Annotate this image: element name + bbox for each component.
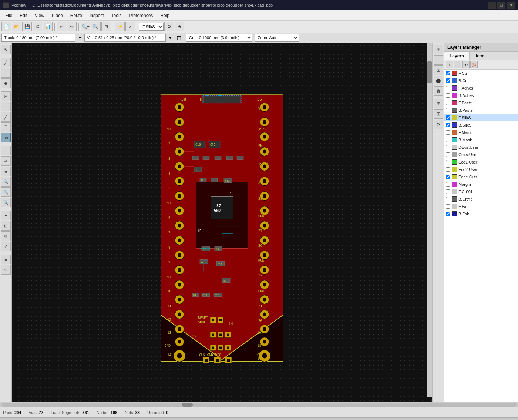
more-tools-button[interactable]: ⊞ <box>434 99 443 108</box>
layer-row-F-Paste[interactable]: F.Paste <box>444 99 518 107</box>
design-rules-tool[interactable]: ✓ <box>1 242 11 251</box>
component-tools-button[interactable]: ⚙ <box>434 120 443 129</box>
layer-checkbox-B-CrtYd[interactable] <box>446 197 450 201</box>
select-filter-tool[interactable]: ◈ <box>1 167 11 176</box>
layers-show-all-button[interactable]: 👁 <box>462 61 470 68</box>
layer-checkbox-F-Mask[interactable] <box>446 130 450 135</box>
undo-button[interactable]: ↩ <box>57 22 66 31</box>
drc-button[interactable]: ✓ <box>125 22 135 31</box>
layer-row-B-Paste[interactable]: B.Paste <box>444 107 518 114</box>
layer-row-B-SilkS[interactable]: B.SilkS <box>444 121 518 129</box>
layer-checkbox-F-Fab[interactable] <box>446 204 450 209</box>
zoom-out-tool[interactable]: 🔍 <box>1 198 11 207</box>
layer-row-Eco1-User[interactable]: Eco1.User <box>444 158 518 166</box>
draw-line-tool[interactable]: ╱ <box>1 112 11 122</box>
layers-hide-all-button[interactable]: 🚫 <box>470 61 478 68</box>
layer-checkbox-B-Adhes[interactable] <box>446 93 450 98</box>
local-ratsnest-tool[interactable]: ⊡ <box>1 221 11 231</box>
grid-settings-button[interactable]: ⊡ <box>434 65 443 75</box>
menu-item-file[interactable]: File <box>1 11 16 20</box>
layer-row-Edge-Cuts[interactable]: Edge.Cuts <box>444 173 518 181</box>
scripting-console-tool[interactable]: ≡ <box>1 255 11 264</box>
netlist-button[interactable]: ⚡ <box>115 22 125 31</box>
delete-button[interactable]: 🗑 <box>434 86 443 96</box>
save-button[interactable]: 💾 <box>22 22 32 31</box>
print-button[interactable]: 🖨 <box>33 22 42 31</box>
layer-checkbox-B-Mask[interactable] <box>446 138 450 142</box>
draw-arc-tool[interactable]: ⌒ <box>1 122 11 132</box>
layer-row-F-Cu[interactable]: F.Cu <box>444 70 518 77</box>
maximize-button[interactable]: □ <box>497 2 505 9</box>
layers-collapse-button[interactable]: − <box>454 61 461 68</box>
redo-button[interactable]: ↪ <box>67 22 77 31</box>
layer-row-B-Cu[interactable]: B.Cu <box>444 77 518 84</box>
layer-row-B-Mask[interactable]: B.Mask <box>444 136 518 144</box>
layer-checkbox-F-Cu[interactable] <box>446 71 450 75</box>
zoom-out-button[interactable]: 🔍- <box>91 22 101 31</box>
add-footprint-tool[interactable]: + <box>1 146 11 155</box>
layer-checkbox-B-Cu[interactable] <box>446 78 450 83</box>
layers-manager-button[interactable]: ⊞ <box>434 45 443 54</box>
route-diff-pair-tool[interactable]: ⋰ <box>1 68 11 78</box>
show-ratsnest-tool[interactable]: ∿ <box>1 265 11 275</box>
cursor-tool[interactable]: ↖ <box>1 45 11 54</box>
push-pad-tool[interactable]: ⇨ <box>1 156 11 166</box>
highlight-net-tool[interactable]: ● <box>1 211 11 220</box>
vertical-scrollbar[interactable] <box>427 43 432 397</box>
h-scroll-thumb[interactable] <box>182 403 193 407</box>
open-button[interactable]: 📂 <box>12 22 21 31</box>
layer-row-B-Fab[interactable]: B.Fab <box>444 210 518 218</box>
inspect-drc-tool[interactable]: 🔍 <box>1 177 11 187</box>
layer-checkbox-Edge-Cuts[interactable] <box>446 175 450 179</box>
tab-items[interactable]: Items <box>470 52 491 60</box>
menu-item-route[interactable]: Route <box>67 11 86 20</box>
menu-item-preferences[interactable]: Preferences <box>125 11 157 20</box>
new-button[interactable]: 📄 <box>1 22 11 31</box>
minimize-button[interactable]: – <box>488 2 496 9</box>
layer-row-Margin[interactable]: Margin <box>444 181 518 188</box>
menu-item-tools[interactable]: Tools <box>108 11 125 20</box>
grid-select[interactable]: Grid: 0.1000 mm (3.94 mils) <box>186 34 252 42</box>
layer-checkbox-Margin[interactable] <box>446 182 450 187</box>
canvas-area[interactable]: J8 H1 H2 J5 VBUS VSYS EN 3V3 AREF 28 GND… <box>12 43 432 402</box>
layer-checkbox-Eco1-User[interactable] <box>446 160 450 164</box>
layer-checkbox-F-Adhes[interactable] <box>446 86 450 90</box>
layer-row-Dwgs-User[interactable]: Dwgs.User <box>444 144 518 151</box>
menu-item-place[interactable]: Place <box>48 11 67 20</box>
track-input[interactable] <box>1 34 75 42</box>
layer-row-F-Fab[interactable]: F.Fab <box>444 203 518 210</box>
board-setup-tool[interactable]: ⚙ <box>1 231 11 241</box>
interactive-router-tool[interactable]: ⊕ <box>1 78 11 88</box>
add-text-tool[interactable]: T <box>1 102 11 111</box>
layer-row-F-Adhes[interactable]: F.Adhes <box>444 84 518 92</box>
tab-layers[interactable]: Layers <box>444 52 470 60</box>
pad-settings-button[interactable]: ⊞ <box>434 109 443 119</box>
layer-row-Cmts-User[interactable]: Cmts.User <box>444 151 518 158</box>
layer-checkbox-F-CrtYd[interactable] <box>446 189 450 194</box>
route-track-tool[interactable]: ╱ <box>1 58 11 67</box>
plot-button[interactable]: 📊 <box>43 22 53 31</box>
zoom-in-tool[interactable]: 🔍 <box>1 187 11 197</box>
menu-item-help[interactable]: Help <box>157 11 173 20</box>
layer-row-F-SilkS[interactable]: F.SilkS <box>444 114 518 121</box>
layer-settings-button[interactable]: ⚙ <box>164 22 174 31</box>
layer-row-F-Mask[interactable]: F.Mask <box>444 129 518 136</box>
zoom-fit-button[interactable]: ⊡ <box>101 22 111 31</box>
highlight-button[interactable]: ⬤ <box>434 76 443 85</box>
zoom-select[interactable]: Zoom Auto <box>255 34 299 42</box>
menu-item-inspect[interactable]: Inspect <box>86 11 108 20</box>
measure-tool[interactable]: mm <box>1 133 11 142</box>
add-via-tool[interactable]: ◎ <box>1 91 11 101</box>
layer-checkbox-F-Paste[interactable] <box>446 101 450 105</box>
layer-highlight-button[interactable]: ★ <box>175 22 184 31</box>
close-button[interactable]: ✕ <box>507 2 515 9</box>
layer-row-Eco2-User[interactable]: Eco2.User <box>444 166 518 173</box>
layer-checkbox-F-SilkS[interactable] <box>446 115 450 120</box>
zoom-in-button[interactable]: 🔍+ <box>81 22 90 31</box>
layer-checkbox-B-SilkS[interactable] <box>446 123 450 127</box>
layer-checkbox-B-Paste[interactable] <box>446 108 450 112</box>
layer-row-F-CrtYd[interactable]: F.CrtYd <box>444 188 518 195</box>
layer-checkbox-Cmts-User[interactable] <box>446 152 450 157</box>
vertical-scrollbar-thumb[interactable] <box>427 61 432 83</box>
add-layer-button[interactable]: + <box>434 55 443 65</box>
